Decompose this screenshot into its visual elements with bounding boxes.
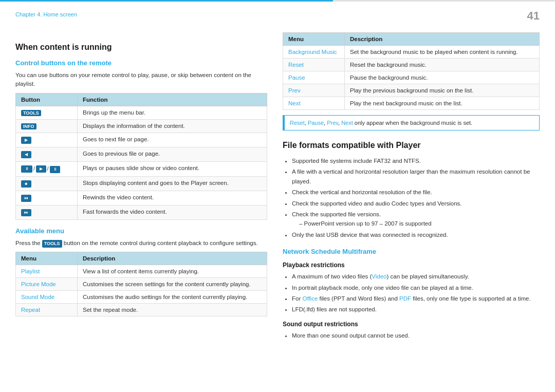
note-box: Reset, Pause, Prev, Next only appear whe…	[283, 115, 540, 130]
table-row: ⏭ Fast forwards the video content.	[16, 205, 267, 219]
background-music-table: Menu Description Background Music Set th…	[283, 32, 540, 110]
ffwd-icon: ⏭	[21, 209, 31, 216]
main-title: When content is running	[15, 43, 267, 52]
function-cell: Fast forwards the video content.	[78, 205, 267, 219]
list-item: A maximum of two video files (Video) can…	[292, 272, 540, 281]
menu-cell: Pause	[283, 71, 345, 84]
table-row: ⏮ Rewinds the video content.	[16, 191, 267, 205]
playlist-link: Playlist	[21, 268, 40, 274]
desc-cell: Customises the screen settings for the c…	[78, 278, 267, 291]
menu-cell: Playlist	[16, 265, 78, 278]
pause-icon: ⏸	[50, 166, 60, 173]
pause-link: Pause	[288, 74, 305, 81]
table-row: Prev Play the previous background music …	[283, 84, 540, 97]
desc-cell: Reset the background music.	[345, 59, 540, 71]
button-cell: ■	[16, 176, 78, 191]
network-schedule-title: Network Schedule Multiframe	[283, 248, 540, 255]
desc-cell: Play the previous background music on th…	[345, 84, 540, 97]
tools-badge: TOOLS	[21, 110, 41, 116]
info-badge: INFO	[21, 123, 36, 129]
playback-restrictions-list: A maximum of two video files (Video) can…	[283, 272, 540, 314]
menu-cell: Prev	[283, 84, 345, 97]
left-column: When content is running Control buttons …	[15, 32, 267, 342]
prev-icon: ◀	[21, 151, 31, 158]
repeat-link: Repeat	[21, 307, 40, 313]
play-icon: ▶	[36, 165, 46, 173]
sound-output-title: Sound output restrictions	[283, 321, 540, 328]
available-menu-table: Menu Description Playlist View a list of…	[15, 252, 267, 316]
desc-cell: Customises the audio settings for the co…	[78, 291, 267, 304]
play-pause-icon: ⏸	[21, 165, 32, 173]
list-item: Check the supported video and audio Code…	[292, 199, 540, 208]
section1-title: Control buttons on the remote	[15, 59, 267, 67]
bg-music-link: Background Music	[288, 49, 337, 55]
function-cell: Stops displaying content and goes to the…	[78, 176, 267, 191]
desc-cell: Set the background music to be played wh…	[345, 46, 540, 59]
menu-cell: Next	[283, 97, 345, 110]
list-item: Supported file systems include FAT32 and…	[292, 156, 540, 165]
sub-list-item: PowerPoint version up to 97 – 2007 is su…	[299, 219, 540, 228]
col-function: Function	[78, 93, 267, 106]
table-row: INFO Displays the information of the con…	[16, 119, 267, 133]
table-row: Playlist View a list of content items cu…	[16, 265, 267, 278]
menu-cell: Repeat	[16, 304, 78, 316]
desc-cell: Pause the background music.	[345, 71, 540, 84]
office-link: Office	[302, 295, 318, 302]
note-next: Next	[341, 120, 353, 126]
section2-intro: Press the TOOLS button on the remote con…	[15, 239, 267, 248]
button-cell: ⏮	[16, 191, 78, 205]
table-row: ◀ Goes to previous file or page.	[16, 147, 267, 161]
file-formats-title: File formats compatible with Player	[283, 141, 540, 150]
function-cell: Plays or pauses slide show or video cont…	[78, 161, 267, 176]
menu-cell: Reset	[283, 59, 345, 71]
next-link: Next	[288, 100, 301, 106]
picture-mode-link: Picture Mode	[21, 281, 56, 287]
section2-title: Available menu	[15, 227, 267, 235]
desc-cell: Play the next background music on the li…	[345, 97, 540, 110]
table-row: Picture Mode Customises the screen setti…	[16, 278, 267, 291]
file-formats-list: Supported file systems include FAT32 and…	[283, 156, 540, 239]
function-cell: Goes to next file or page.	[78, 133, 267, 147]
page-number: 41	[527, 9, 540, 23]
menu-cell: Sound Mode	[16, 291, 78, 304]
col-menu-r: Menu	[283, 33, 345, 46]
list-item: LFD(.lfd) files are not supported.	[292, 305, 540, 314]
playback-restrictions-title: Playback restrictions	[283, 262, 540, 269]
slash-separator: /	[33, 166, 35, 172]
note-prev: Prev	[327, 120, 338, 126]
col-desc-r: Description	[345, 33, 540, 46]
table-row: ■ Stops displaying content and goes to t…	[16, 176, 267, 191]
table-row: ⏸ / ▶ / ⏸ Plays or pauses slide show or …	[16, 161, 267, 176]
list-item: In portrait playback mode, only one vide…	[292, 283, 540, 292]
video-link: Video	[372, 273, 386, 279]
stop-icon: ■	[21, 180, 31, 188]
button-cell: ▶	[16, 133, 78, 147]
menu-cell: Picture Mode	[16, 278, 78, 291]
function-cell: Brings up the menu bar.	[78, 106, 267, 119]
rewind-icon: ⏮	[21, 195, 31, 202]
chapter-label: Chapter 4. Home screen	[15, 11, 77, 17]
table-row: TOOLS Brings up the menu bar.	[16, 106, 267, 119]
tools-badge-2: TOOLS	[42, 240, 62, 248]
button-cell: TOOLS	[16, 106, 78, 119]
table-row: Reset Reset the background music.	[283, 59, 540, 71]
function-cell: Displays the information of the content.	[78, 119, 267, 133]
button-cell: ⏭	[16, 205, 78, 219]
table-row: ▶ Goes to next file or page.	[16, 133, 267, 147]
button-cell: INFO	[16, 119, 78, 133]
right-column: Menu Description Background Music Set th…	[283, 32, 540, 342]
content-area: When content is running Control buttons …	[0, 2, 555, 357]
table-row: Background Music Set the background musi…	[283, 46, 540, 59]
remote-buttons-table: Button Function TOOLS Brings up the menu…	[15, 93, 267, 220]
col-description: Description	[78, 252, 267, 265]
button-cell: ⏸ / ▶ / ⏸	[16, 161, 78, 176]
table-row: Next Play the next background music on t…	[283, 97, 540, 110]
button-cell: ◀	[16, 147, 78, 161]
col-menu: Menu	[16, 252, 78, 265]
table-row: Pause Pause the background music.	[283, 71, 540, 84]
table-row: Sound Mode Customises the audio settings…	[16, 291, 267, 304]
list-item: Only the last USB device that was connec…	[292, 230, 540, 239]
pdf-link: PDF	[399, 295, 411, 302]
sound-output-list: More than one sound output cannot be use…	[283, 331, 540, 340]
note-pause: Pause	[308, 120, 324, 126]
